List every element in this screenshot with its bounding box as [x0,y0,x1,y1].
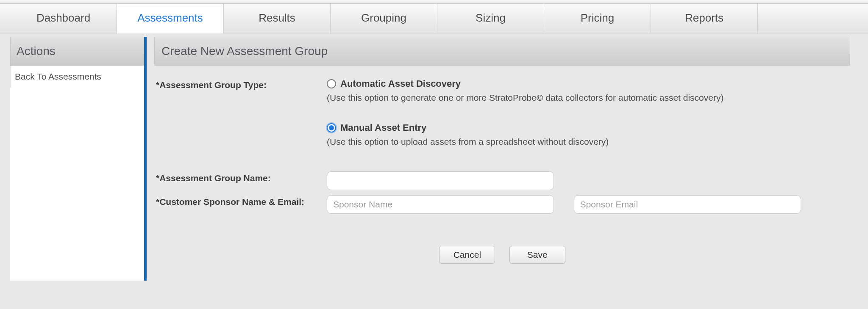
radio-icon [327,123,336,132]
label-customer-sponsor: *Customer Sponsor Name & Email: [154,195,327,214]
tab-bar: Dashboard Assessments Results Grouping S… [0,3,868,33]
tab-pricing[interactable]: Pricing [544,4,651,33]
tab-assessments[interactable]: Assessments [117,4,224,33]
tab-results[interactable]: Results [224,4,331,33]
radio-option-automatic[interactable]: Automatic Asset Discovery [327,78,850,89]
main-panel: Create New Assessment Group *Assessment … [147,37,858,281]
cancel-button[interactable]: Cancel [439,246,495,264]
radio-label-automatic: Automatic Asset Discovery [340,78,461,89]
tab-sizing[interactable]: Sizing [437,4,544,33]
label-assessment-group-name: *Assessment Group Name: [154,171,327,190]
input-assessment-group-name[interactable] [327,171,554,190]
save-button[interactable]: Save [509,246,565,264]
page-title: Create New Assessment Group [154,37,850,66]
help-automatic: (Use this option to generate one or more… [327,93,850,103]
sidebar: Actions Back To Assessments [10,37,144,281]
input-sponsor-name[interactable] [327,195,554,214]
radio-label-manual: Manual Asset Entry [340,122,426,133]
sidebar-header: Actions [10,37,144,66]
radio-icon [327,79,336,88]
link-back-to-assessments[interactable]: Back To Assessments [10,66,144,88]
tab-grouping[interactable]: Grouping [331,4,437,33]
label-assessment-group-type: *Assessment Group Type: [154,78,327,166]
help-manual: (Use this option to upload assets from a… [327,137,850,147]
tab-dashboard[interactable]: Dashboard [10,4,117,33]
tab-reports[interactable]: Reports [651,4,758,33]
input-sponsor-email[interactable] [574,195,801,214]
radio-option-manual[interactable]: Manual Asset Entry [327,122,850,133]
